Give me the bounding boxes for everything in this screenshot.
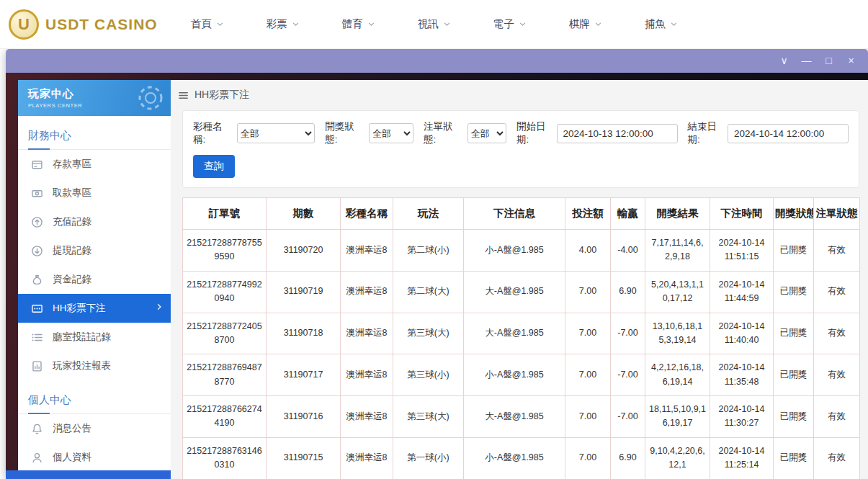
- table-cell: 6.90: [611, 437, 645, 479]
- column-header[interactable]: 投注額: [565, 198, 611, 230]
- table-cell: 7,17,11,14,6,2,9,18: [645, 230, 710, 272]
- sidebar-item-label: 存款專區: [53, 158, 91, 171]
- recharge-icon: [31, 216, 43, 228]
- chevron-down-icon: [519, 20, 527, 28]
- site-header: U USDT CASINO 首頁彩票體育視訊電子棋牌捕魚: [0, 0, 868, 49]
- table-cell: 2152172887724058700: [183, 313, 267, 354]
- filter-end-date: 結束日期:: [688, 120, 849, 146]
- table-cell: 小-A盤@1.985: [464, 354, 565, 396]
- window-minimize-button[interactable]: —: [795, 49, 818, 73]
- table-cell: 小-A盤@1.985: [464, 230, 565, 272]
- end-date-input[interactable]: [728, 124, 849, 143]
- start-date-input[interactable]: [557, 124, 678, 143]
- query-button[interactable]: 查詢: [193, 155, 235, 178]
- filter-start-date: 開始日期:: [516, 120, 677, 146]
- column-header[interactable]: 下注時間: [710, 198, 774, 230]
- sidebar-item-deposit[interactable]: 存款專區: [18, 150, 171, 179]
- lottery-name-select[interactable]: 全部: [237, 123, 315, 143]
- table-row: 215217288769487877031190717澳洲幸运8第三球(小)小-…: [183, 354, 860, 396]
- table-cell: 5,20,4,13,1,10,17,12: [645, 271, 710, 313]
- table-cell: 已開獎: [774, 354, 814, 396]
- sidebar-item-room-bet-log[interactable]: 廳室投註記錄: [18, 323, 171, 352]
- sidebar-item-hh-lottery-bets[interactable]: HH彩票下注: [18, 294, 171, 323]
- window-close-button[interactable]: ×: [840, 49, 862, 73]
- table-cell: 2152172887631460310: [183, 437, 267, 479]
- table-cell: 第三球(小): [393, 354, 464, 396]
- draw-status-select[interactable]: 全部: [369, 123, 413, 143]
- table-cell: 小-A盤@1.985: [464, 437, 565, 479]
- table-cell: 已開獎: [774, 396, 814, 438]
- modal-body: 玩家中心 PLAYERS CENTER 財務中心存款專區取款專區充值記錄提現記錄…: [6, 73, 868, 479]
- nav-item-video[interactable]: 視訊: [418, 17, 451, 31]
- table-cell: 大-A盤@1.985: [464, 313, 565, 354]
- column-header[interactable]: 下注信息: [464, 198, 565, 230]
- nav-item-fishing[interactable]: 捕魚: [645, 17, 678, 31]
- filter-draw-status: 開獎狀態:全部: [325, 120, 413, 146]
- chevron-down-icon: [670, 20, 678, 28]
- table-cell: 大-A盤@1.985: [464, 271, 565, 313]
- nav-item-sports[interactable]: 體育: [342, 17, 375, 31]
- site-logo[interactable]: U USDT CASINO: [9, 9, 158, 40]
- filter-panel: 彩種名稱:全部開獎狀態:全部注單狀態:全部開始日期:結束日期: 查詢: [182, 110, 859, 188]
- sidebar-section-heading: 財務中心: [18, 123, 171, 150]
- sidebar-item-announcements[interactable]: 消息公告: [18, 414, 171, 443]
- table-cell: 4,2,12,16,18,6,19,14: [645, 354, 710, 396]
- column-header[interactable]: 注單狀態: [814, 198, 860, 230]
- bet-status-select[interactable]: 全部: [467, 123, 506, 143]
- table-cell: 澳洲幸运8: [341, 354, 393, 396]
- table-cell: 4.00: [565, 230, 611, 272]
- nav-label: 捕魚: [645, 17, 666, 31]
- withdraw-icon: [31, 187, 43, 200]
- sidebar: 玩家中心 PLAYERS CENTER 財務中心存款專區取款專區充值記錄提現記錄…: [18, 80, 171, 470]
- column-header[interactable]: 輸贏: [611, 198, 645, 230]
- table-cell: 2152172887662744190: [183, 396, 267, 438]
- table-cell: 31190720: [267, 230, 341, 272]
- table-cell: 已開獎: [774, 271, 814, 313]
- table-cell: 2024-10-14 11:30:27: [710, 396, 774, 438]
- sidebar-item-profile[interactable]: 個人資料: [18, 443, 171, 470]
- table-cell: 澳洲幸运8: [341, 271, 393, 313]
- nav-item-home[interactable]: 首頁: [191, 17, 224, 31]
- column-header[interactable]: 開獎狀態: [774, 198, 814, 230]
- breadcrumb: HH彩票下注: [171, 80, 868, 110]
- column-header[interactable]: 開獎結果: [645, 198, 710, 230]
- sidebar-item-cashout-log[interactable]: 提現記錄: [18, 236, 171, 265]
- filter-lottery-name: 彩種名稱:全部: [193, 120, 315, 146]
- funds-icon: [31, 274, 43, 286]
- table-cell: 有效: [814, 437, 860, 479]
- table-cell: 13,10,6,18,15,3,19,14: [645, 313, 710, 354]
- sidebar-item-player-report[interactable]: 玩家投注報表: [18, 352, 171, 380]
- sidebar-item-funds-log[interactable]: 資金記錄: [18, 265, 171, 294]
- table-cell: 澳洲幸运8: [341, 230, 393, 272]
- nav-label: 視訊: [418, 17, 439, 31]
- sidebar-item-recharge-log[interactable]: 充值記錄: [18, 207, 171, 236]
- column-header[interactable]: 彩種名稱: [341, 198, 393, 230]
- window-collapse-button[interactable]: ∨: [773, 49, 795, 73]
- window-titlebar[interactable]: ∨—□×: [6, 49, 868, 73]
- sidebar-item-label: 廳室投註記錄: [53, 331, 111, 344]
- column-header[interactable]: 訂單號: [183, 198, 267, 230]
- table-cell: -4.00: [611, 230, 645, 272]
- window-maximize-button[interactable]: □: [818, 49, 840, 73]
- lottery-icon: [31, 303, 43, 315]
- nav-item-lottery[interactable]: 彩票: [267, 17, 300, 31]
- table-cell: 第一球(小): [393, 437, 464, 479]
- nav-item-slots[interactable]: 電子: [493, 17, 527, 31]
- main-content: HH彩票下注 彩種名稱:全部開獎狀態:全部注單狀態:全部開始日期:結束日期: 查…: [171, 80, 868, 479]
- menu-icon[interactable]: [178, 90, 189, 101]
- window-controls: ∨—□×: [773, 49, 862, 73]
- logo-coin-icon: U: [9, 9, 39, 40]
- table-cell: 有效: [814, 396, 860, 438]
- nav-item-cards[interactable]: 棋牌: [569, 17, 602, 31]
- column-header[interactable]: 玩法: [393, 198, 464, 230]
- sidebar-item-withdraw[interactable]: 取款專區: [18, 179, 171, 207]
- table-cell: 有效: [814, 313, 860, 354]
- table-cell: 2152172887787559590: [183, 230, 267, 272]
- sidebar-item-label: 充值記錄: [53, 215, 91, 228]
- column-header[interactable]: 期數: [267, 198, 341, 230]
- filter-label: 注單狀態:: [424, 120, 464, 146]
- sidebar-item-label: 提現記錄: [53, 244, 91, 257]
- sidebar-item-label: 資金記錄: [53, 273, 91, 286]
- bell-icon: [31, 423, 43, 435]
- chevron-down-icon: [594, 20, 602, 28]
